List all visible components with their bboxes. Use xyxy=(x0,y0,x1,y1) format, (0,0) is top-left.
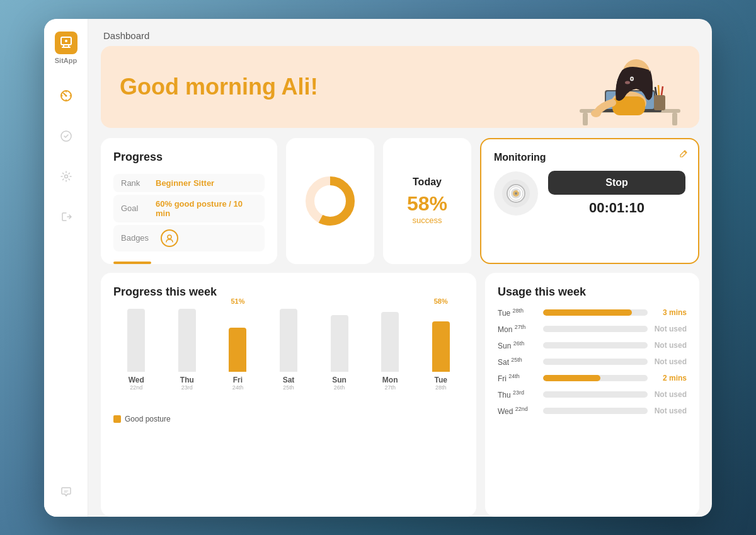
usage-value: Not used xyxy=(654,357,687,366)
usage-row: Sat 25thNot used xyxy=(498,357,687,367)
usage-day-label: Mon 27th xyxy=(498,324,537,334)
stop-button[interactable]: Stop xyxy=(548,171,685,195)
bar-fill xyxy=(229,328,246,372)
svg-point-22 xyxy=(625,81,630,84)
goal-row: Goal 60% good posture / 10 min xyxy=(113,195,265,222)
progress-indicator xyxy=(113,262,151,264)
usage-value: Not used xyxy=(654,390,687,399)
usage-value: Not used xyxy=(654,406,687,415)
camera-icon xyxy=(494,171,538,216)
bar-day-label: Thu xyxy=(180,376,194,384)
today-percent: 58% xyxy=(407,193,447,215)
bar-col-thu: Thu23rd xyxy=(164,309,210,391)
sidebar-item-settings[interactable] xyxy=(54,164,79,189)
usage-bar-bg xyxy=(543,342,648,348)
sidebar-item-logout[interactable] xyxy=(54,204,79,229)
chart-legend: Good posture xyxy=(113,415,464,423)
badge-icon xyxy=(161,229,178,247)
chart-area: Wed22ndThu23rd51%Fri24thSat25thSun26thMo… xyxy=(113,309,464,410)
donut-card xyxy=(286,138,374,264)
bar-fill xyxy=(280,309,297,372)
usage-bar-fill xyxy=(543,309,632,316)
hero-illustration xyxy=(561,46,687,128)
donut-chart xyxy=(302,173,358,229)
monitoring-timer: 00:01:10 xyxy=(548,200,685,216)
monitoring-title: Monitoring xyxy=(494,152,546,163)
svg-line-15 xyxy=(662,86,663,95)
cards-row: Progress Rank Beginner Sitter Goal 60% g… xyxy=(101,138,699,264)
svg-point-23 xyxy=(168,235,171,239)
sidebar-item-dashboard[interactable] xyxy=(54,83,79,108)
usage-title: Usage this week xyxy=(498,285,687,299)
today-title: Today xyxy=(413,176,442,188)
bar-col-tue: 58%Tue28th xyxy=(418,309,464,391)
usage-row: Tue 28th3 mins xyxy=(498,308,687,318)
today-sub: success xyxy=(413,216,442,225)
bar-date-label: 26th xyxy=(334,384,345,391)
legend-label: Good posture xyxy=(125,415,171,423)
bar-label: 58% xyxy=(434,297,448,305)
usage-day-label: Tue 28th xyxy=(498,308,537,318)
rank-value: Beginner Sitter xyxy=(156,178,214,188)
svg-point-21 xyxy=(631,78,633,79)
bar-fill xyxy=(381,312,399,372)
legend-dot xyxy=(113,415,121,423)
usage-day-label: Sun 26th xyxy=(498,340,537,350)
weekly-chart-title: Progress this week xyxy=(113,285,464,299)
logo-text: SitApp xyxy=(55,57,77,64)
rank-row: Rank Beginner Sitter xyxy=(113,174,265,192)
edit-icon[interactable] xyxy=(679,149,688,160)
monitoring-card: Monitoring xyxy=(480,138,699,264)
usage-bar-fill xyxy=(543,375,600,381)
svg-point-32 xyxy=(515,192,517,195)
monitoring-header: Monitoring xyxy=(494,152,685,163)
usage-bar-bg xyxy=(543,359,648,365)
hero-greeting: Good morning Ali! xyxy=(120,74,318,100)
usage-row: Wed 22ndNot used xyxy=(498,406,687,416)
page-header: Dashboard xyxy=(88,19,712,46)
usage-day-label: Thu 23rd xyxy=(498,389,537,400)
usage-day-label: Wed 22nd xyxy=(498,406,537,416)
bar-fill xyxy=(178,309,196,372)
usage-value: Not used xyxy=(654,325,687,333)
usage-row: Mon 27thNot used xyxy=(498,324,687,334)
bar-day-label: Wed xyxy=(129,376,144,384)
progress-card: Progress Rank Beginner Sitter Goal 60% g… xyxy=(101,138,277,264)
bottom-row: Progress this week Wed22ndThu23rd51%Fri2… xyxy=(101,273,699,517)
bar-col-wed: Wed22nd xyxy=(113,309,159,391)
bar-day-label: Sat xyxy=(283,376,295,384)
page-title: Dashboard xyxy=(103,30,149,41)
bar-col-sat: Sat25th xyxy=(266,309,312,391)
usage-bar-bg xyxy=(543,391,648,398)
logo-icon xyxy=(55,32,77,54)
svg-point-5 xyxy=(64,175,67,178)
progress-title: Progress xyxy=(113,151,265,164)
bar-day-label: Tue xyxy=(435,376,447,384)
usage-day-label: Sat 25th xyxy=(498,357,537,367)
svg-point-33 xyxy=(518,190,520,192)
usage-bar-bg xyxy=(543,408,648,414)
sidebar: SitApp xyxy=(44,19,88,517)
svg-point-3 xyxy=(65,95,67,96)
badges-row: Badges xyxy=(113,225,265,251)
bar-date-label: 23rd xyxy=(181,384,193,391)
bar-day-label: Mon xyxy=(382,376,398,384)
bar-day-label: Fri xyxy=(233,376,243,384)
usage-value: 3 mins xyxy=(654,308,687,317)
badges-label: Badges xyxy=(121,233,156,243)
rank-label: Rank xyxy=(121,178,156,188)
bar-fill xyxy=(432,321,450,372)
usage-bar-bg xyxy=(543,309,648,316)
bar-label: 51% xyxy=(231,297,244,305)
bar-day-label: Sun xyxy=(332,376,346,384)
usage-card: Usage this week Tue 28th3 minsMon 27thNo… xyxy=(485,273,699,517)
goal-label: Goal xyxy=(121,204,156,213)
svg-rect-12 xyxy=(654,95,665,110)
main-content: Dashboard Good morning Ali! xyxy=(88,19,712,517)
usage-bar-bg xyxy=(543,326,648,332)
usage-value: Not used xyxy=(654,341,687,350)
sidebar-item-edit[interactable] xyxy=(54,124,79,149)
sidebar-bottom xyxy=(54,479,79,504)
sidebar-item-chat[interactable] xyxy=(54,479,79,504)
bar-col-mon: Mon27th xyxy=(367,309,413,391)
